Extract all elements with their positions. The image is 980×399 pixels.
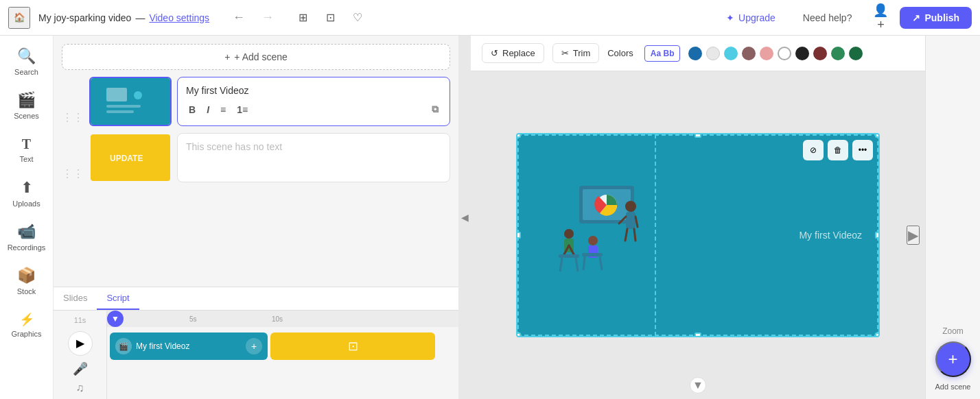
preview-expand-button[interactable]: ▼: [690, 377, 706, 394]
video-settings-link[interactable]: Video settings: [149, 12, 209, 23]
color-dot-dark-red[interactable]: [813, 47, 827, 60]
timeline-ruler: 0s 5s 10s ▼: [107, 311, 458, 327]
scene-drag-handle-2[interactable]: ⋮⋮: [62, 133, 84, 180]
sidebar-item-recordings[interactable]: 📹 Recordings: [3, 217, 51, 258]
undo-button[interactable]: ←: [229, 8, 249, 27]
playhead[interactable]: ▼: [107, 311, 124, 327]
publish-button[interactable]: ↗ Publish: [900, 7, 972, 29]
color-dot-dark-green[interactable]: [849, 47, 863, 60]
preview-panel: ↺ Replace ✂ Trim Colors Aa Bb: [471, 36, 925, 399]
home-button[interactable]: 🏠: [8, 7, 30, 29]
canvas-delete-button[interactable]: 🗑: [828, 140, 848, 160]
scene-thumbnail-1[interactable]: [89, 77, 172, 126]
color-dot-green[interactable]: [831, 47, 845, 60]
sidebar-item-scenes[interactable]: 🎬 Scenes: [3, 85, 51, 126]
color-dot-black[interactable]: [795, 47, 809, 60]
color-dot-brown[interactable]: [742, 47, 756, 60]
favorite-button[interactable]: ♡: [347, 7, 369, 29]
handle-bl[interactable]: [516, 332, 521, 337]
sidebar-item-text[interactable]: T Text: [3, 129, 51, 170]
color-dot-blue[interactable]: [688, 47, 702, 60]
track-thumb-icon: 🎬: [115, 338, 132, 354]
split-view-button[interactable]: ⊡: [319, 7, 341, 29]
publish-icon: ↗: [912, 12, 920, 23]
canvas-action-bar: ⊘ 🗑 •••: [803, 140, 873, 160]
view-icons: ⊞ ⊡ ♡: [292, 7, 369, 29]
upgrade-button[interactable]: ✦ Upgrade: [716, 8, 785, 27]
playhead-arrow[interactable]: ▼: [107, 311, 124, 327]
scene-thumbnail-2[interactable]: UPDATE: [89, 133, 172, 182]
italic-button-1[interactable]: I: [204, 103, 212, 117]
sidebar-item-search[interactable]: 🔍 Search: [3, 41, 51, 82]
track-block-teal[interactable]: 🎬 My first Videoz +: [110, 332, 268, 360]
collapse-panel-button[interactable]: ◀: [458, 36, 471, 399]
scene-text-input-1[interactable]: [186, 85, 441, 96]
undo-redo-nav: ← →: [223, 8, 278, 27]
redo-button[interactable]: →: [257, 8, 278, 27]
bold-button-1[interactable]: B: [186, 103, 198, 117]
svg-text:UPDATE: UPDATE: [110, 154, 143, 163]
canvas-more-button[interactable]: •••: [852, 140, 873, 160]
scene-text-placeholder-2[interactable]: This scene has no text: [186, 141, 282, 152]
preview-canvas[interactable]: ⊘ 🗑 •••: [516, 133, 880, 337]
tab-script-label: Script: [106, 293, 129, 303]
help-button[interactable]: Need help?: [793, 8, 862, 27]
sidebar-item-graphics[interactable]: ⚡ Graphics: [3, 304, 51, 346]
timeline-time-label: 11s: [74, 316, 86, 324]
handle-bm[interactable]: [695, 332, 701, 337]
add-user-button[interactable]: 👤+: [870, 7, 891, 29]
grid-view-button[interactable]: ⊞: [292, 7, 314, 29]
track-label: My first Videoz: [136, 341, 189, 351]
scene1-thumb-svg: [103, 81, 158, 122]
handle-ml[interactable]: [516, 232, 521, 239]
add-scene-circle-button[interactable]: +: [935, 341, 971, 377]
mic-button[interactable]: 🎤: [73, 361, 88, 376]
tab-slides-label: Slides: [63, 293, 87, 303]
handle-tm[interactable]: [695, 133, 701, 138]
add-user-icon: 👤+: [870, 3, 891, 32]
replace-button[interactable]: ↺ Replace: [482, 43, 544, 63]
canvas-hide-button[interactable]: ⊘: [803, 140, 824, 160]
list-button-1[interactable]: ≡: [218, 103, 229, 117]
handle-br[interactable]: [875, 332, 880, 337]
handle-tl[interactable]: [516, 133, 521, 138]
scene-row-2: ⋮⋮ UPDATE This scene has no text: [62, 133, 450, 182]
right-actions: Zoom + Add scene: [925, 36, 980, 399]
track-add-button[interactable]: +: [246, 338, 262, 354]
zoom-label: Zoom: [942, 326, 964, 336]
trim-icon: ✂: [561, 48, 569, 58]
numbered-list-button-1[interactable]: 1≡: [234, 103, 250, 117]
timeline-tracks-area: 0s 5s 10s ▼ 🎬 My first Videoz: [107, 311, 458, 399]
timeline-track-row-2: [110, 364, 456, 380]
trim-button[interactable]: ✂ Trim: [552, 43, 600, 63]
sidebar-graphics-label: Graphics: [11, 330, 41, 338]
aabb-label: Aa Bb: [651, 49, 675, 58]
timeline-section: 11s ▶ 🎤 ♫ 0s 5s 10s ▼: [54, 310, 458, 399]
add-scene-button[interactable]: + + Add scene: [62, 44, 450, 70]
color-dot-pink[interactable]: [760, 47, 773, 60]
handle-mr[interactable]: [875, 232, 880, 239]
tab-slides[interactable]: Slides: [54, 287, 97, 310]
mid-panel-container: + + Add scene ⋮⋮: [54, 36, 458, 399]
aabb-button[interactable]: Aa Bb: [644, 45, 681, 62]
color-dot-cyan[interactable]: [724, 47, 738, 60]
sidebar-item-uploads[interactable]: ⬆ Uploads: [3, 173, 51, 214]
copy-button-1[interactable]: ⧉: [429, 102, 441, 117]
handle-tr[interactable]: [875, 133, 880, 138]
text-icon: T: [22, 136, 31, 152]
preview-next-button[interactable]: ▶: [907, 226, 920, 245]
svg-rect-20: [559, 254, 579, 258]
scene-toolbar-1: B I ≡ 1≡ ⧉: [186, 102, 441, 117]
music-button[interactable]: ♫: [76, 382, 84, 394]
tab-script[interactable]: Script: [97, 287, 139, 310]
sidebar: 🔍 Search 🎬 Scenes T Text ⬆ Uploads 📹 Rec…: [0, 36, 54, 399]
publish-label: Publish: [924, 12, 959, 23]
color-dot-white[interactable]: [778, 47, 791, 60]
sidebar-item-stock[interactable]: 📦 Stock: [3, 261, 51, 302]
stock-icon: 📦: [17, 267, 36, 285]
play-button[interactable]: ▶: [68, 331, 93, 356]
scene-drag-handle-1[interactable]: ⋮⋮: [62, 77, 84, 124]
color-dot-white-stroke[interactable]: [706, 47, 720, 60]
svg-rect-2: [106, 105, 141, 108]
track-block-yellow[interactable]: ⊡: [270, 332, 435, 360]
